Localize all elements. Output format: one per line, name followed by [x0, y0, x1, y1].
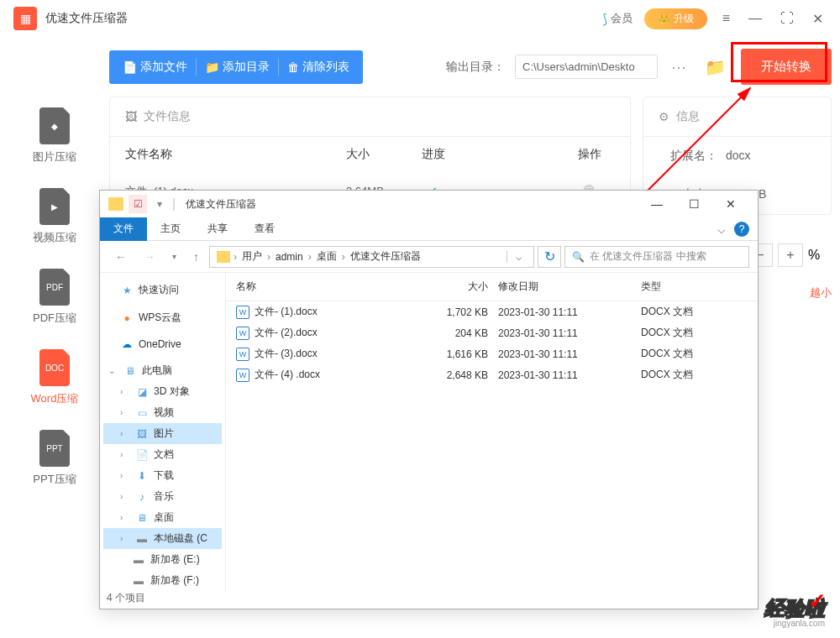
exp-maximize-icon[interactable]: ☐ [675, 191, 712, 217]
tab-view[interactable]: 查看 [241, 217, 288, 241]
add-file-button[interactable]: 📄 添加文件 [114, 60, 196, 75]
explorer-title: 优速文件压缩器 [186, 197, 256, 212]
plus-button[interactable]: + [778, 243, 803, 267]
ppt-icon: PPT [39, 430, 70, 467]
explorer-status: 4 个项目 [107, 591, 145, 605]
pdf-icon: PDF [39, 269, 70, 306]
browse-dots[interactable]: ⋯ [668, 58, 690, 76]
tree-item-pictures[interactable]: ›🖼图片 [103, 423, 222, 444]
file-row[interactable]: W文件- (4) .docx2,648 KB2023-01-30 11:11DO… [226, 364, 758, 385]
image-icon: ◆ [39, 107, 70, 144]
tab-file[interactable]: 文件 [100, 217, 147, 241]
files-header[interactable]: 名称 大小 修改日期 类型 [226, 273, 758, 301]
back-icon[interactable]: ← [108, 247, 134, 267]
hint-text: 越小 [810, 285, 832, 301]
tree-item[interactable]: ▬新加卷 (F:) [103, 570, 222, 591]
sidebar: ◆ 图片压缩 ▶ 视频压缩 PDF PDF压缩 DOC Word压缩 PPT P… [0, 37, 109, 638]
sidebar-item-video[interactable]: ▶ 视频压缩 [0, 176, 109, 257]
folder-icon [108, 197, 123, 211]
app-title: 优速文件压缩器 [45, 11, 128, 26]
file-row[interactable]: W文件- (3).docx1,616 KB2023-01-30 11:11DOC… [226, 343, 758, 364]
word-icon: DOC [39, 349, 70, 386]
explorer-nav: ← → ▾ ↑ › 用户› admin› 桌面› 优速文件压缩器 ⌵ ↻ 🔍 在… [100, 241, 758, 273]
tree-wps[interactable]: ●WPS云盘 [103, 307, 222, 328]
recent-icon[interactable]: ▾ [165, 248, 183, 264]
watermark: 经验啦 ✓ jingyanla.com [764, 595, 825, 628]
ribbon-chevron-icon[interactable]: ⌵ [717, 221, 726, 237]
tree-item-cdrive[interactable]: ›▬本地磁盘 (C [103, 528, 222, 549]
exp-close-icon[interactable]: ✕ [712, 191, 749, 217]
tree-item[interactable]: ›⬇下载 [103, 465, 222, 486]
qat-icon[interactable]: ☑ [129, 195, 147, 213]
explorer-tree[interactable]: ★快速访问 ●WPS云盘 ☁OneDrive ⌄🖥此电脑 ›◪3D 对象 ›▭视… [100, 273, 226, 592]
video-icon: ▶ [39, 188, 70, 225]
forward-icon[interactable]: → [137, 247, 162, 267]
exp-minimize-icon[interactable]: — [638, 191, 675, 217]
tree-onedrive[interactable]: ☁OneDrive [103, 335, 222, 353]
titlebar: ▦ 优速文件压缩器 ⟆ 会员 👑 升级 ≡ — ⛶ ✕ [0, 0, 840, 37]
tree-item[interactable]: ▬新加卷 (E:) [103, 549, 222, 570]
open-folder-icon[interactable]: 📁 [700, 57, 731, 77]
menu-icon[interactable]: ≡ [719, 8, 733, 29]
explorer-window: ☑ ▾ | 优速文件压缩器 — ☐ ✕ 文件 主页 共享 查看 ⌵ ? ← → … [99, 190, 759, 609]
qat-dropdown-icon[interactable]: ▾ [150, 195, 169, 213]
file-row[interactable]: W文件- (1).docx1,702 KB2023-01-30 11:11DOC… [226, 301, 758, 322]
tree-item[interactable]: ›♪音乐 [103, 486, 222, 507]
explorer-titlebar[interactable]: ☑ ▾ | 优速文件压缩器 — ☐ ✕ [100, 191, 758, 217]
tree-item[interactable]: ›▭视频 [103, 402, 222, 423]
info-header: ⚙ 信息 [643, 97, 831, 137]
tree-item[interactable]: ›◪3D 对象 [103, 381, 222, 402]
tree-pc[interactable]: ⌄🖥此电脑 [103, 360, 222, 381]
help-icon[interactable]: ? [734, 222, 749, 237]
tree-item[interactable]: ›📄文档 [103, 444, 222, 465]
app-logo: ▦ [13, 7, 37, 30]
file-info-header: 🖼 文件信息 [110, 97, 630, 137]
member-icon: ⟆ [602, 11, 607, 27]
sidebar-item-image[interactable]: ◆ 图片压缩 [0, 96, 109, 176]
search-input[interactable]: 🔍 在 优速文件压缩器 中搜索 [564, 246, 749, 268]
minimize-icon[interactable]: — [745, 8, 765, 29]
toolbar: 📄 添加文件 📁 添加目录 🗑 清除列表 输出目录： C:\Users\admi… [109, 37, 832, 97]
output-label: 输出目录： [446, 60, 505, 75]
clear-list-button[interactable]: 🗑 清除列表 [279, 60, 358, 75]
explorer-files: 名称 大小 修改日期 类型 W文件- (1).docx1,702 KB2023-… [226, 273, 758, 592]
breadcrumb[interactable]: › 用户› admin› 桌面› 优速文件压缩器 ⌵ [209, 246, 534, 268]
table-header: 文件名称 大小 进度 操作 [110, 137, 630, 172]
file-row[interactable]: W文件- (2).docx204 KB2023-01-30 11:11DOCX … [226, 322, 758, 343]
tab-share[interactable]: 共享 [194, 217, 241, 241]
bc-folder-icon [217, 251, 230, 263]
adjust-controls: − + % [748, 243, 832, 267]
tab-home[interactable]: 主页 [147, 217, 194, 241]
convert-button[interactable]: 开始转换 [741, 49, 832, 85]
add-folder-button[interactable]: 📁 添加目录 [197, 60, 278, 75]
upgrade-button[interactable]: 👑 升级 [644, 8, 707, 29]
maximize-icon[interactable]: ⛶ [777, 8, 797, 29]
sidebar-item-pdf[interactable]: PDF PDF压缩 [0, 257, 109, 337]
up-icon[interactable]: ↑ [186, 247, 206, 267]
sidebar-item-ppt[interactable]: PPT PPT压缩 [0, 418, 109, 499]
close-icon[interactable]: ✕ [809, 8, 827, 30]
refresh-icon[interactable]: ↻ [538, 246, 561, 268]
toolbar-buttons: 📄 添加文件 📁 添加目录 🗑 清除列表 [109, 50, 363, 84]
member-text[interactable]: 会员 [611, 11, 633, 26]
tree-quick-access[interactable]: ★快速访问 [103, 280, 222, 301]
breadcrumb-drop-icon[interactable]: ⌵ [507, 251, 530, 263]
tree-item[interactable]: ›🖥桌面 [103, 507, 222, 528]
sidebar-item-word[interactable]: DOC Word压缩 [0, 337, 109, 418]
output-path-field[interactable]: C:\Users\admin\Deskto [515, 55, 658, 79]
explorer-ribbon: 文件 主页 共享 查看 ⌵ ? [100, 217, 758, 241]
